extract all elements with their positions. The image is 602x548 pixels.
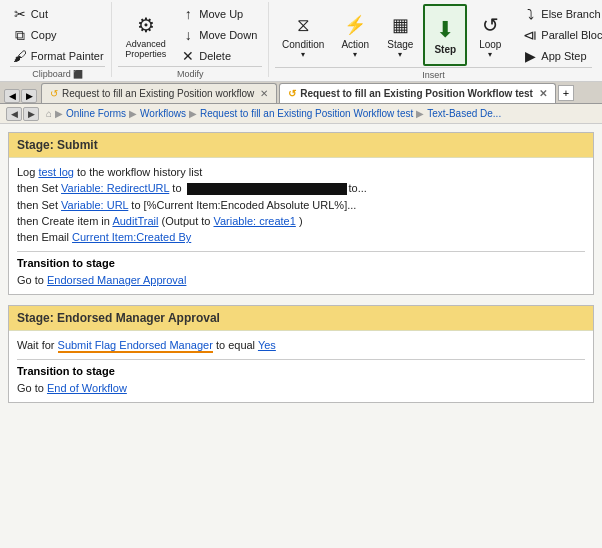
move-down-button[interactable]: ↓ Move Down — [175, 25, 262, 45]
breadcrumb-text-based[interactable]: Text-Based De... — [427, 108, 501, 119]
sep1: ▶ — [55, 108, 63, 119]
loop-arrow: ▾ — [488, 50, 492, 59]
link-variable-url[interactable]: Variable: URL — [61, 199, 128, 211]
tab-workflow[interactable]: ↺ Request to fill an Existing Position w… — [41, 83, 277, 103]
cut-icon: ✂ — [12, 6, 28, 22]
step-icon: ⬇ — [431, 16, 459, 44]
item-redirect-url: then Set Variable: RedirectURL to to... — [17, 180, 585, 197]
move-up-label: Move Up — [199, 8, 243, 20]
sep2: ▶ — [129, 108, 137, 119]
else-branch-button[interactable]: ⤵ Else Branch — [517, 4, 602, 24]
link-yes[interactable]: Yes — [258, 339, 276, 351]
scroll-right-arrow[interactable]: ▶ — [21, 89, 37, 103]
tab-bar: ◀ ▶ ↺ Request to fill an Existing Positi… — [0, 82, 602, 104]
breadcrumb-workflow-test[interactable]: Request to fill an Existing Position Wor… — [200, 108, 413, 119]
format-painter-icon: 🖌 — [12, 48, 28, 64]
endorsed-transition: Transition to stage Go to End of Workflo… — [17, 359, 585, 396]
breadcrumb-forward[interactable]: ▶ — [23, 107, 39, 121]
app-step-label: App Step — [541, 50, 586, 62]
delete-label: Delete — [199, 50, 231, 62]
breadcrumb-online-forms[interactable]: Online Forms — [66, 108, 126, 119]
move-up-icon: ↑ — [180, 6, 196, 22]
copy-label: Copy — [31, 29, 57, 41]
condition-icon: ⧖ — [289, 11, 317, 39]
clipboard-group: ✂ Cut ⧉ Copy 🖌 Format Painter Clipboard … — [4, 2, 112, 77]
stage-label: Stage — [387, 39, 413, 50]
loop-label: Loop — [479, 39, 501, 50]
tab-workflow-close[interactable]: ✕ — [260, 88, 268, 99]
modify-stack: ↑ Move Up ↓ Move Down ✕ Delete — [175, 4, 262, 66]
cut-label: Cut — [31, 8, 48, 20]
link-endorsed-manager[interactable]: Endorsed Manager Approval — [47, 274, 186, 286]
endorsed-transition-action: Go to End of Workflow — [17, 380, 585, 396]
item-log: Log test log to the workflow history lis… — [17, 164, 585, 180]
action-icon: ⚡ — [341, 11, 369, 39]
breadcrumb-bar: ◀ ▶ ⌂ ▶ Online Forms ▶ Workflows ▶ Reque… — [0, 104, 602, 124]
clipboard-items: ✂ Cut ⧉ Copy 🖌 Format Painter — [7, 4, 109, 66]
advanced-properties-label: Advanced Properties — [125, 39, 166, 59]
clipboard-label: Clipboard ⬛ — [10, 66, 105, 79]
tab-workflow-label: Request to fill an Existing Position wor… — [62, 88, 254, 99]
tab-workflow-test-close[interactable]: ✕ — [539, 88, 547, 99]
condition-button[interactable]: ⧖ Condition ▾ — [275, 4, 331, 66]
parallel-block-button[interactable]: ⧏ Parallel Block — [517, 25, 602, 45]
tab-workflow-test-icon: ↺ — [288, 88, 296, 99]
tab-workflow-test-label: Request to fill an Existing Position Wor… — [300, 88, 533, 99]
ribbon: ✂ Cut ⧉ Copy 🖌 Format Painter Clipboard … — [0, 0, 602, 82]
link-submit-flag[interactable]: Submit Flag Endorsed Manager — [58, 339, 213, 353]
link-test-log[interactable]: test log — [38, 166, 73, 178]
stage-endorsed-body: Wait for Submit Flag Endorsed Manager to… — [9, 331, 593, 402]
breadcrumb-workflows[interactable]: Workflows — [140, 108, 186, 119]
advanced-properties-icon: ⚙ — [132, 11, 160, 39]
tab-workflow-test[interactable]: ↺ Request to fill an Existing Position W… — [279, 83, 556, 103]
parallel-block-icon: ⧏ — [522, 27, 538, 43]
copy-button[interactable]: ⧉ Copy — [7, 25, 109, 45]
format-painter-button[interactable]: 🖌 Format Painter — [7, 46, 109, 66]
stage-endorsed-header: Stage: Endorsed Manager Approval — [9, 306, 593, 331]
item-wait: Wait for Submit Flag Endorsed Manager to… — [17, 337, 585, 353]
new-tab-button[interactable]: + — [558, 85, 574, 101]
insert-label: Insert — [275, 67, 592, 80]
sep3: ▶ — [189, 108, 197, 119]
loop-icon: ↺ — [476, 11, 504, 39]
step-button[interactable]: ⬇ Step — [423, 4, 467, 66]
item-email: then Email Current Item:Created By — [17, 229, 585, 245]
move-up-button[interactable]: ↑ Move Up — [175, 4, 262, 24]
tab-nav-arrows: ◀ ▶ — [4, 89, 37, 103]
stage-submit-body: Log test log to the workflow history lis… — [9, 158, 593, 294]
modify-items: ⚙ Advanced Properties ↑ Move Up ↓ Move D… — [118, 4, 262, 66]
stage-arrow: ▾ — [398, 50, 402, 59]
modify-label: Modify — [118, 66, 262, 79]
move-down-icon: ↓ — [180, 27, 196, 43]
stage-endorsed-block: Stage: Endorsed Manager Approval Wait fo… — [8, 305, 594, 403]
link-variable-redirect-url[interactable]: Variable: RedirectURL — [61, 182, 169, 194]
action-label: Action — [341, 39, 369, 50]
stage-button[interactable]: ▦ Stage ▾ — [379, 4, 421, 66]
breadcrumb-back[interactable]: ◀ — [6, 107, 22, 121]
scroll-left-arrow[interactable]: ◀ — [4, 89, 20, 103]
home-icon: ⌂ — [46, 108, 52, 119]
loop-button[interactable]: ↺ Loop ▾ — [469, 4, 511, 66]
redacted-url — [187, 183, 347, 195]
submit-transition: Transition to stage Go to Endorsed Manag… — [17, 251, 585, 288]
stage-submit-header: Stage: Submit — [9, 133, 593, 158]
link-variable-create1[interactable]: Variable: create1 — [213, 215, 295, 227]
condition-arrow: ▾ — [301, 50, 305, 59]
stage-submit-block: Stage: Submit Log test log to the workfl… — [8, 132, 594, 295]
app-step-button[interactable]: ▶ App Step — [517, 46, 602, 66]
else-branch-label: Else Branch — [541, 8, 600, 20]
insert-sub-stack: ⤵ Else Branch ⧏ Parallel Block ▶ App Ste… — [517, 4, 602, 66]
content-area: Stage: Submit Log test log to the workfl… — [0, 124, 602, 548]
link-current-item-created-by[interactable]: Current Item:Created By — [72, 231, 191, 243]
clipboard-stack: ✂ Cut ⧉ Copy 🖌 Format Painter — [7, 4, 109, 66]
move-down-label: Move Down — [199, 29, 257, 41]
link-audit-trail[interactable]: AuditTrail — [112, 215, 158, 227]
submit-transition-action: Go to Endorsed Manager Approval — [17, 272, 585, 288]
link-end-of-workflow[interactable]: End of Workflow — [47, 382, 127, 394]
delete-button[interactable]: ✕ Delete — [175, 46, 262, 66]
cut-button[interactable]: ✂ Cut — [7, 4, 109, 24]
action-button[interactable]: ⚡ Action ▾ — [333, 4, 377, 66]
advanced-properties-button[interactable]: ⚙ Advanced Properties — [118, 4, 173, 66]
insert-main-buttons: ⧖ Condition ▾ ⚡ Action ▾ ▦ Stage ▾ ⬇ Ste… — [275, 4, 602, 66]
parallel-block-label: Parallel Block — [541, 29, 602, 41]
